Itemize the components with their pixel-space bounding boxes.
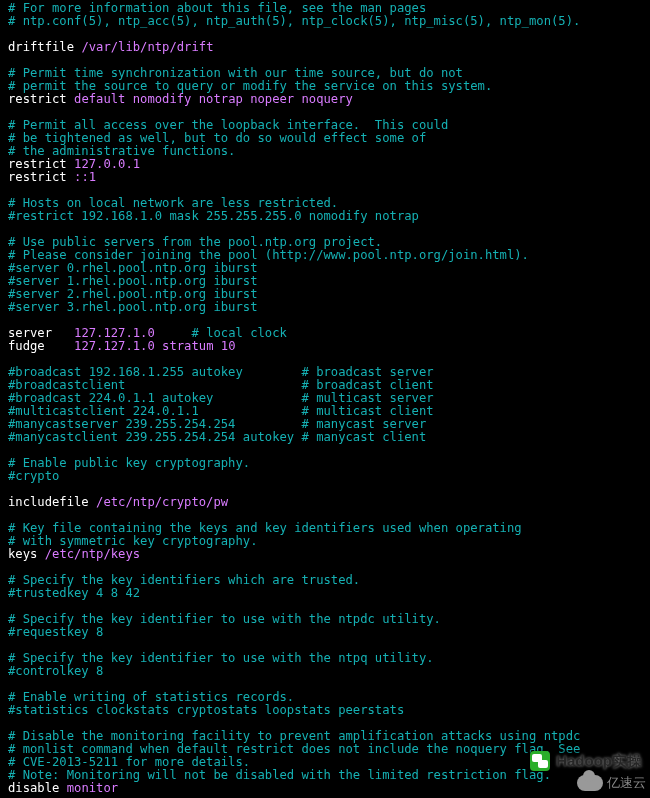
config-line: #restrict 192.168.1.0 mask 255.255.255.0… <box>8 209 419 223</box>
directive-value: /etc/ntp/crypto/pw <box>96 495 228 509</box>
config-line: # permit the source to query or modify t… <box>8 79 492 93</box>
config-line: # ntp.conf(5), ntp_acc(5), ntp_auth(5), … <box>8 14 580 28</box>
config-line: # Permit time synchronization with our t… <box>8 66 463 80</box>
comment-text: #crypto <box>8 469 59 483</box>
config-line: # the administrative functions. <box>8 144 235 158</box>
directive-value: monitor <box>67 781 118 795</box>
comment-text: # Key file containing the keys and key i… <box>8 521 522 535</box>
comment-text: # Hosts on local network are less restri… <box>8 196 338 210</box>
config-line: # monlist command when default restrict … <box>8 742 580 756</box>
trailing-comment: # local clock <box>184 326 287 340</box>
config-line: restrict 127.0.0.1 <box>8 157 140 171</box>
directive-value: 127.127.1.0 <box>67 326 184 340</box>
config-line: includefile /etc/ntp/crypto/pw <box>8 495 228 509</box>
comment-text: # Permit time synchronization with our t… <box>8 66 463 80</box>
config-line: #multicastclient 224.0.1.1 # multicast c… <box>8 404 434 418</box>
config-line: # Key file containing the keys and key i… <box>8 521 522 535</box>
comment-text: #server 2.rhel.pool.ntp.org iburst <box>8 287 257 301</box>
comment-text: # Enable public key cryptography. <box>8 456 250 470</box>
comment-text: #restrict 192.168.1.0 mask 255.255.255.0… <box>8 209 419 223</box>
comment-text: # ntp.conf(5), ntp_acc(5), ntp_auth(5), … <box>8 14 580 28</box>
config-line: restrict ::1 <box>8 170 96 184</box>
config-line: #server 1.rhel.pool.ntp.org iburst <box>8 274 257 288</box>
comment-text: # CVE-2013-5211 for more details. <box>8 755 250 769</box>
comment-text: # the administrative functions. <box>8 144 235 158</box>
config-line: # Specify the key identifier to use with… <box>8 651 434 665</box>
config-line: # Specify the key identifiers which are … <box>8 573 360 587</box>
comment-text: #controlkey 8 <box>8 664 103 678</box>
comment-text: #server 0.rhel.pool.ntp.org iburst <box>8 261 257 275</box>
directive-keyword: includefile <box>8 495 89 509</box>
config-line: #server 0.rhel.pool.ntp.org iburst <box>8 261 257 275</box>
directive-keyword: restrict <box>8 157 67 171</box>
config-line: #manycastserver 239.255.254.254 # manyca… <box>8 417 426 431</box>
config-line: #requestkey 8 <box>8 625 103 639</box>
comment-text: # Note: Monitoring will not be disabled … <box>8 768 551 782</box>
comment-text: # Specify the key identifier to use with… <box>8 651 434 665</box>
directive-value: default nomodify notrap nopeer noquery <box>74 92 353 106</box>
config-line: # Hosts on local network are less restri… <box>8 196 338 210</box>
directive-value: /var/lib/ntp/drift <box>81 40 213 54</box>
config-line: # Permit all access over the loopback in… <box>8 118 448 132</box>
comment-text: #multicastclient 224.0.1.1 # multicast c… <box>8 404 434 418</box>
directive-keyword: driftfile <box>8 40 74 54</box>
config-line: # with symmetric key cryptography. <box>8 534 257 548</box>
config-line: fudge 127.127.1.0 stratum 10 <box>8 339 235 353</box>
config-line: #controlkey 8 <box>8 664 103 678</box>
directive-keyword: fudge <box>8 339 59 353</box>
config-line: #crypto <box>8 469 59 483</box>
comment-text: #manycastserver 239.255.254.254 # manyca… <box>8 417 426 431</box>
comment-text: # Enable writing of statistics records. <box>8 690 294 704</box>
comment-text: #server 1.rhel.pool.ntp.org iburst <box>8 274 257 288</box>
directive-value: 127.127.1.0 stratum 10 <box>67 339 236 353</box>
directive-keyword: restrict <box>8 170 67 184</box>
config-line: #broadcastclient # broadcast client <box>8 378 434 392</box>
comment-text: #server 3.rhel.pool.ntp.org iburst <box>8 300 257 314</box>
config-line: server 127.127.1.0 # local clock <box>8 326 287 340</box>
config-line: # CVE-2013-5211 for more details. <box>8 755 250 769</box>
comment-text: # Permit all access over the loopback in… <box>8 118 448 132</box>
directive-keyword: disable <box>8 781 59 795</box>
comment-text: # permit the source to query or modify t… <box>8 79 492 93</box>
config-line: #broadcast 192.168.1.255 autokey # broad… <box>8 365 434 379</box>
comment-text: # Please consider joining the pool (http… <box>8 248 529 262</box>
config-line: # Specify the key identifier to use with… <box>8 612 441 626</box>
comment-text: # Specify the key identifier to use with… <box>8 612 441 626</box>
config-line: # Disable the monitoring facility to pre… <box>8 729 580 743</box>
config-line: # Please consider joining the pool (http… <box>8 248 529 262</box>
config-line: # For more information about this file, … <box>8 1 426 15</box>
directive-value: /etc/ntp/keys <box>45 547 140 561</box>
config-line: # Enable writing of statistics records. <box>8 690 294 704</box>
config-line: #broadcast 224.0.1.1 autokey # multicast… <box>8 391 434 405</box>
comment-text: # Specify the key identifiers which are … <box>8 573 360 587</box>
comment-text: # with symmetric key cryptography. <box>8 534 257 548</box>
comment-text: # monlist command when default restrict … <box>8 742 580 756</box>
comment-text: # For more information about this file, … <box>8 1 426 15</box>
directive-value: ::1 <box>74 170 96 184</box>
comment-text: #manycastclient 239.255.254.254 autokey … <box>8 430 426 444</box>
comment-text: #broadcast 224.0.1.1 autokey # multicast… <box>8 391 434 405</box>
config-line: #trustedkey 4 8 42 <box>8 586 140 600</box>
comment-text: #broadcast 192.168.1.255 autokey # broad… <box>8 365 434 379</box>
config-line: # Use public servers from the pool.ntp.o… <box>8 235 382 249</box>
config-line: #manycastclient 239.255.254.254 autokey … <box>8 430 426 444</box>
comment-text: #statistics clockstats cryptostats loops… <box>8 703 404 717</box>
comment-text: # be tightened as well, but to do so wou… <box>8 131 426 145</box>
config-file-content: # For more information about this file, … <box>0 0 650 798</box>
comment-text: # Use public servers from the pool.ntp.o… <box>8 235 382 249</box>
comment-text: #requestkey 8 <box>8 625 103 639</box>
config-line: disable monitor <box>8 781 118 795</box>
config-line: #statistics clockstats cryptostats loops… <box>8 703 404 717</box>
comment-text: #broadcastclient # broadcast client <box>8 378 434 392</box>
comment-text: #trustedkey 4 8 42 <box>8 586 140 600</box>
config-line: restrict default nomodify notrap nopeer … <box>8 92 353 106</box>
directive-keyword: server <box>8 326 59 340</box>
directive-keyword: keys <box>8 547 37 561</box>
config-line: keys /etc/ntp/keys <box>8 547 140 561</box>
config-line: #server 3.rhel.pool.ntp.org iburst <box>8 300 257 314</box>
config-line: # Note: Monitoring will not be disabled … <box>8 768 551 782</box>
config-line: # Enable public key cryptography. <box>8 456 250 470</box>
comment-text: # Disable the monitoring facility to pre… <box>8 729 580 743</box>
config-line: # be tightened as well, but to do so wou… <box>8 131 426 145</box>
config-line: #server 2.rhel.pool.ntp.org iburst <box>8 287 257 301</box>
